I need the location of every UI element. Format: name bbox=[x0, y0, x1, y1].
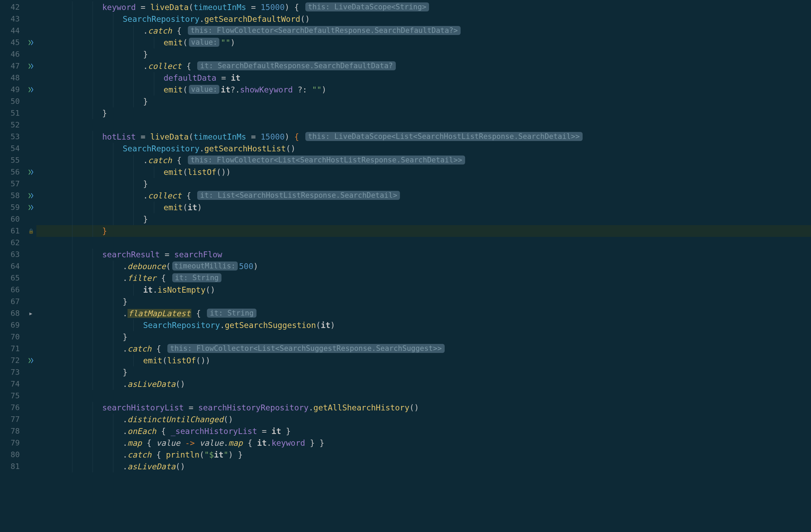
code-line[interactable]: } bbox=[36, 107, 811, 119]
code-line[interactable]: emit(listOf()) bbox=[36, 355, 811, 366]
code-line[interactable]: } bbox=[36, 96, 811, 107]
code-line[interactable]: } bbox=[36, 213, 811, 225]
line-number[interactable]: 70 bbox=[0, 331, 36, 343]
line-number[interactable]: 79 bbox=[0, 437, 36, 449]
line-number[interactable]: 80 bbox=[0, 449, 36, 461]
code-area[interactable]: keyword = liveData(timeoutInMs = 15000) … bbox=[36, 0, 811, 532]
code-line[interactable]: .flatMapLatest { it: String bbox=[36, 308, 811, 319]
code-line[interactable]: } bbox=[36, 296, 811, 308]
line-number[interactable]: 81 bbox=[0, 461, 36, 472]
code-token: emit bbox=[164, 38, 183, 47]
line-number[interactable]: 54 bbox=[0, 143, 36, 154]
line-number[interactable]: 49 bbox=[0, 84, 36, 96]
code-line[interactable]: .asLiveData() bbox=[36, 461, 811, 472]
line-number[interactable]: 61🔒 bbox=[0, 225, 36, 237]
line-number[interactable]: 47 bbox=[0, 60, 36, 72]
code-line[interactable]: } bbox=[36, 331, 811, 343]
line-number[interactable]: 60 bbox=[0, 213, 36, 225]
code-line[interactable]: emit(value:it?.showKeyword ?: "") bbox=[36, 84, 811, 96]
code-line[interactable]: } bbox=[36, 366, 811, 378]
line-number[interactable]: 69 bbox=[0, 319, 36, 331]
indent-guide bbox=[72, 284, 72, 296]
code-line[interactable]: emit(value:"") bbox=[36, 37, 811, 48]
run-gutter-icon[interactable]: ▶ bbox=[27, 310, 34, 317]
code-line[interactable]: defaultData = it bbox=[36, 72, 811, 84]
line-number[interactable]: 50 bbox=[0, 96, 36, 107]
code-line[interactable] bbox=[36, 390, 811, 402]
indent-guide bbox=[72, 154, 72, 166]
line-number[interactable]: 53 bbox=[0, 131, 36, 143]
line-number[interactable]: 64 bbox=[0, 260, 36, 272]
line-number[interactable]: 66 bbox=[0, 284, 36, 296]
code-line[interactable]: .collect { it: SearchDefaultResponse.Sea… bbox=[36, 60, 811, 72]
line-number[interactable]: 57 bbox=[0, 178, 36, 190]
code-line[interactable] bbox=[36, 119, 811, 131]
line-number[interactable]: 71 bbox=[0, 343, 36, 355]
line-number[interactable]: 78 bbox=[0, 425, 36, 437]
code-line[interactable]: it.isNotEmpty() bbox=[36, 284, 811, 296]
indent-guide bbox=[113, 319, 113, 331]
code-token: } bbox=[143, 179, 148, 188]
code-line[interactable]: emit(listOf()) bbox=[36, 166, 811, 178]
line-number[interactable]: 42 bbox=[0, 1, 36, 13]
indent-guide bbox=[93, 202, 93, 213]
line-number[interactable]: 72 bbox=[0, 355, 36, 366]
line-number[interactable]: 77 bbox=[0, 414, 36, 425]
code-token: . bbox=[143, 62, 148, 71]
line-number[interactable]: 44 bbox=[0, 25, 36, 37]
line-number[interactable]: 73 bbox=[0, 366, 36, 378]
line-number[interactable]: 65 bbox=[0, 272, 36, 284]
indent-guide bbox=[93, 437, 93, 449]
line-number-gutter[interactable]: 42434445 4647 4849 50515253545556 5758 5… bbox=[0, 0, 36, 532]
code-line[interactable]: hotList = liveData(timeoutInMs = 15000) … bbox=[36, 131, 811, 143]
code-line[interactable]: searchResult = searchFlow bbox=[36, 249, 811, 260]
code-line[interactable]: .distinctUntilChanged() bbox=[36, 414, 811, 425]
indent-guide bbox=[113, 143, 113, 154]
code-line[interactable]: .catch { this: FlowCollector<SearchDefau… bbox=[36, 25, 811, 37]
line-number[interactable]: 51 bbox=[0, 107, 36, 119]
line-number[interactable]: 75 bbox=[0, 390, 36, 402]
code-token bbox=[182, 191, 186, 200]
line-number[interactable]: 55 bbox=[0, 154, 36, 166]
code-line[interactable]: .catch { println("$it") } bbox=[36, 449, 811, 461]
line-number[interactable]: 43 bbox=[0, 13, 36, 25]
code-line[interactable]: .debounce(timeoutMillis:500) bbox=[36, 260, 811, 272]
code-token: . bbox=[153, 285, 158, 294]
line-number[interactable]: 45 bbox=[0, 37, 36, 48]
code-line[interactable]: } bbox=[36, 178, 811, 190]
code-line[interactable] bbox=[36, 237, 811, 249]
code-line[interactable]: .catch { this: FlowCollector<List<Search… bbox=[36, 154, 811, 166]
code-token: . bbox=[267, 438, 272, 447]
line-number[interactable]: 59 bbox=[0, 202, 36, 213]
line-number[interactable]: 58 bbox=[0, 190, 36, 202]
code-line[interactable]: } bbox=[36, 48, 811, 60]
code-line[interactable]: } bbox=[36, 225, 811, 237]
line-number[interactable]: 68▶ bbox=[0, 308, 36, 319]
line-number[interactable]: 52 bbox=[0, 119, 36, 131]
code-line[interactable]: emit(it) bbox=[36, 202, 811, 213]
code-token: } bbox=[143, 50, 148, 59]
line-number[interactable]: 63 bbox=[0, 249, 36, 260]
indent-guide bbox=[154, 166, 154, 178]
code-line[interactable]: SearchRepository.getSearchSuggestion(it) bbox=[36, 319, 811, 331]
indent-guide bbox=[113, 308, 113, 319]
line-number[interactable]: 46 bbox=[0, 48, 36, 60]
code-line[interactable]: .catch { this: FlowCollector<List<Search… bbox=[36, 343, 811, 355]
code-line[interactable]: SearchRepository.getSearchHostList() bbox=[36, 143, 811, 154]
line-number[interactable]: 76 bbox=[0, 402, 36, 414]
line-number[interactable]: 67 bbox=[0, 296, 36, 308]
code-line[interactable]: .asLiveData() bbox=[36, 378, 811, 390]
code-line[interactable]: .collect { it: List<SearchHostListRespon… bbox=[36, 190, 811, 202]
line-number[interactable]: 56 bbox=[0, 166, 36, 178]
line-number[interactable]: 48 bbox=[0, 72, 36, 84]
code-token: } bbox=[123, 332, 128, 342]
line-number[interactable]: 62 bbox=[0, 237, 36, 249]
code-line[interactable]: .map { value -> value.map { it.keyword }… bbox=[36, 437, 811, 449]
code-editor[interactable]: 42434445 4647 4849 50515253545556 5758 5… bbox=[0, 0, 811, 532]
code-line[interactable]: searchHistoryList = searchHistoryReposit… bbox=[36, 402, 811, 414]
code-line[interactable]: keyword = liveData(timeoutInMs = 15000) … bbox=[36, 1, 811, 13]
code-line[interactable]: SearchRepository.getSearchDefaultWord() bbox=[36, 13, 811, 25]
line-number[interactable]: 74 bbox=[0, 378, 36, 390]
code-line[interactable]: .onEach { _searchHistoryList = it } bbox=[36, 425, 811, 437]
code-line[interactable]: .filter { it: String bbox=[36, 272, 811, 284]
